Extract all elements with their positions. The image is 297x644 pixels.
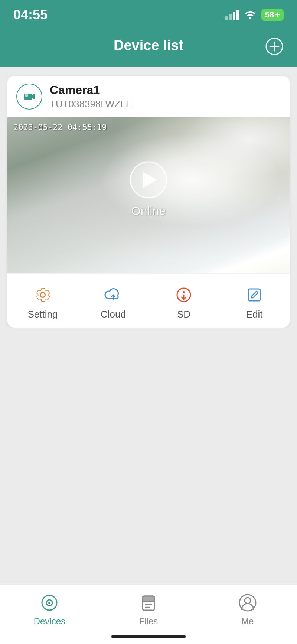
home-indicator bbox=[111, 635, 186, 638]
cloud-icon bbox=[103, 285, 123, 305]
battery-indicator: 58+ bbox=[261, 9, 284, 21]
bottom-nav: Devices Files Me bbox=[0, 585, 297, 644]
empty-space bbox=[7, 328, 290, 588]
edit-button[interactable]: Edit bbox=[219, 281, 290, 324]
video-preview[interactable]: 2023-05-22 04:55:19 Online bbox=[7, 117, 290, 273]
edit-label: Edit bbox=[246, 309, 263, 320]
cloud-button[interactable]: Cloud bbox=[78, 281, 148, 324]
add-device-button[interactable] bbox=[265, 37, 284, 56]
app-header: Device list bbox=[0, 30, 297, 67]
nav-item-files[interactable]: Files bbox=[99, 592, 198, 627]
devices-nav-label: Devices bbox=[34, 616, 65, 627]
online-status: Online bbox=[131, 204, 166, 218]
video-timestamp: 2023-05-22 04:55:19 bbox=[13, 123, 107, 132]
play-button[interactable]: Online bbox=[130, 161, 167, 218]
main-content: Camera1 TUT038398LWZLE 2023-05-22 04:55:… bbox=[0, 67, 297, 596]
cloud-label: Cloud bbox=[101, 309, 126, 320]
signal-icon bbox=[225, 10, 239, 20]
svg-rect-8 bbox=[248, 289, 260, 301]
device-actions: Setting Cloud bbox=[7, 273, 290, 328]
play-circle bbox=[130, 161, 167, 198]
me-nav-label: Me bbox=[241, 616, 254, 627]
me-nav-icon bbox=[237, 592, 258, 613]
files-nav-icon bbox=[138, 592, 159, 613]
svg-marker-3 bbox=[32, 94, 35, 100]
camera-avatar bbox=[16, 84, 42, 110]
status-bar: 04:55 58+ bbox=[0, 0, 297, 30]
status-time: 04:55 bbox=[13, 7, 48, 23]
setting-icon bbox=[33, 285, 53, 305]
sd-label: SD bbox=[177, 309, 190, 320]
nav-item-me[interactable]: Me bbox=[198, 592, 297, 627]
files-nav-label: Files bbox=[139, 616, 158, 627]
status-icons: 58+ bbox=[225, 8, 284, 22]
sd-button[interactable]: SD bbox=[148, 281, 219, 324]
svg-rect-4 bbox=[25, 94, 28, 97]
devices-nav-icon bbox=[39, 592, 60, 613]
page-title: Device list bbox=[114, 38, 183, 53]
video-dot bbox=[277, 195, 282, 201]
svg-point-17 bbox=[245, 598, 251, 604]
svg-point-11 bbox=[48, 602, 50, 604]
device-info: Camera1 TUT038398LWZLE bbox=[50, 83, 132, 110]
device-card-header: Camera1 TUT038398LWZLE bbox=[7, 76, 290, 117]
play-triangle-icon bbox=[143, 172, 157, 188]
nav-item-devices[interactable]: Devices bbox=[0, 592, 99, 627]
edit-icon bbox=[244, 285, 264, 305]
setting-label: Setting bbox=[28, 309, 58, 320]
setting-button[interactable]: Setting bbox=[7, 281, 78, 324]
wifi-icon bbox=[244, 8, 257, 22]
svg-rect-13 bbox=[143, 596, 154, 601]
device-id: TUT038398LWZLE bbox=[50, 98, 132, 110]
svg-point-7 bbox=[183, 291, 185, 293]
device-card: Camera1 TUT038398LWZLE 2023-05-22 04:55:… bbox=[7, 76, 290, 328]
sd-icon bbox=[174, 285, 194, 305]
device-name: Camera1 bbox=[50, 83, 132, 97]
